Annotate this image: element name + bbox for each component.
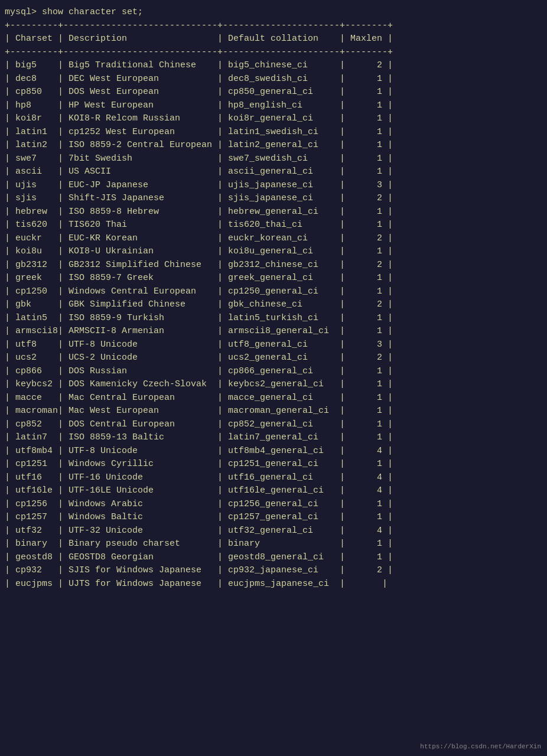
table-row: | big5 | Big5 Traditional Chinese | big5…	[5, 59, 542, 73]
table-row: | cp1251 | Windows Cyrillic | cp1251_gen…	[5, 458, 542, 471]
table-row: | latin5 | ISO 8859-9 Turkish | latin5_t…	[5, 312, 542, 325]
table-row: | ascii | US ASCII | ascii_general_ci | …	[5, 165, 542, 179]
table-row: | latin1 | cp1252 West European | latin1…	[5, 126, 542, 139]
table-row: | utf32 | UTF-32 Unicode | utf32_general…	[5, 524, 542, 538]
table-row: | cp852 | DOS Central European | cp852_g…	[5, 418, 542, 432]
table-row: | utf8 | UTF-8 Unicode | utf8_general_ci…	[5, 338, 542, 352]
table-row: | gb2312 | GB2312 Simplified Chinese | g…	[5, 259, 542, 272]
table-row: | hp8 | HP West European | hp8_english_c…	[5, 99, 542, 113]
table-row: | swe7 | 7bit Swedish | swe7_swedish_ci …	[5, 152, 542, 166]
table-row: | sjis | Shift-JIS Japanese | sjis_japan…	[5, 192, 542, 206]
table-row: | cp1256 | Windows Arabic | cp1256_gener…	[5, 498, 542, 511]
table-row: | hebrew | ISO 8859-8 Hebrew | hebrew_ge…	[5, 206, 542, 219]
table-row: | cp866 | DOS Russian | cp866_general_ci…	[5, 365, 542, 379]
table-row: | dec8 | DEC West European | dec8_swedis…	[5, 73, 542, 86]
table-row: | eucjpms | UJTS for Windows Japanese | …	[5, 578, 542, 591]
table-row: | binary | Binary pseudo charset | binar…	[5, 537, 542, 551]
table-header: | Charset | Description | Default collat…	[5, 32, 542, 46]
table-row: | ucs2 | UCS-2 Unicode | ucs2_general_ci…	[5, 351, 542, 365]
terminal: mysql> show character set; +---------+--…	[5, 6, 542, 591]
table-container: +---------+-----------------------------…	[5, 19, 542, 591]
table-row: | keybcs2 | DOS Kamenicky Czech-Slovak |…	[5, 378, 542, 392]
table-row: | utf16le | UTF-16LE Unicode | utf16le_g…	[5, 484, 542, 498]
table-row: | utf8mb4 | UTF-8 Unicode | utf8mb4_gene…	[5, 445, 542, 458]
table-row: | geostd8 | GEOSTD8 Georgian | geostd8_g…	[5, 551, 542, 565]
table-row: | greek | ISO 8859-7 Greek | greek_gener…	[5, 272, 542, 285]
table-row: | cp932 | SJIS for Windows Japanese | cp…	[5, 564, 542, 578]
table-row: | macroman| Mac West European | macroman…	[5, 405, 542, 418]
table-row: | latin2 | ISO 8859-2 Central European |…	[5, 139, 542, 152]
table-row: | latin7 | ISO 8859-13 Baltic | latin7_g…	[5, 431, 542, 445]
prompt-line: mysql> show character set;	[5, 6, 542, 19]
separator: +---------+-----------------------------…	[5, 46, 542, 60]
table-row: | utf16 | UTF-16 Unicode | utf16_general…	[5, 471, 542, 485]
table-row: | macce | Mac Central European | macce_g…	[5, 392, 542, 405]
table-row: | tis620 | TIS620 Thai | tis620_thai_ci …	[5, 219, 542, 232]
separator: +---------+-----------------------------…	[5, 19, 542, 33]
table-row: | cp1250 | Windows Central European | cp…	[5, 285, 542, 299]
table-row: | armscii8| ARMSCII-8 Armenian | armscii…	[5, 325, 542, 338]
table-row: | koi8u | KOI8-U Ukrainian | koi8u_gener…	[5, 245, 542, 259]
table-row: | cp850 | DOS West European | cp850_gene…	[5, 86, 542, 99]
table-row: | gbk | GBK Simplified Chinese | gbk_chi…	[5, 298, 542, 312]
watermark: https://blog.csdn.net/HarderXin	[420, 743, 541, 750]
table-row: | koi8r | KOI8-R Relcom Russian | koi8r_…	[5, 112, 542, 126]
table-row: | euckr | EUC-KR Korean | euckr_korean_c…	[5, 232, 542, 246]
table-row: | ujis | EUC-JP Japanese | ujis_japanese…	[5, 179, 542, 193]
table-row: | cp1257 | Windows Baltic | cp1257_gener…	[5, 511, 542, 524]
